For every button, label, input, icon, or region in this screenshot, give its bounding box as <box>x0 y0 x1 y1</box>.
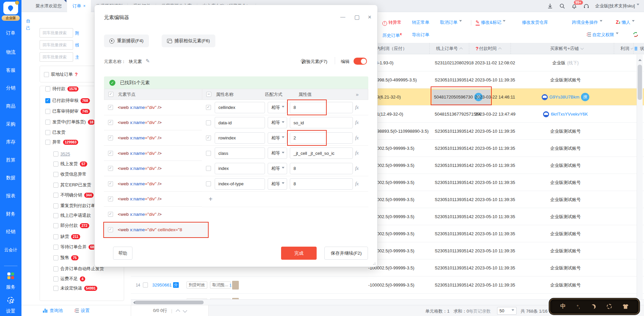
attr-select-all-checkbox[interactable] <box>206 92 211 97</box>
match-type-select[interactable]: 相等 <box>268 147 287 159</box>
checkbox[interactable] <box>53 203 58 208</box>
fx-icon[interactable]: fx <box>355 166 359 171</box>
ime-toolbar[interactable]: 中 °, <box>549 299 639 314</box>
batch-search-input[interactable]: 回车批量搜索 <box>40 28 73 38</box>
row-checkbox[interactable] <box>143 276 148 294</box>
order-id-link[interactable]: 32950661 <box>152 282 172 288</box>
toolbar-导出订单[interactable]: 导出订单 <box>412 32 429 38</box>
checkbox[interactable] <box>53 183 58 188</box>
verify-element-button[interactable]: 校验元素(F7) <box>302 59 327 65</box>
sidebar-item-12[interactable]: 经销 <box>0 229 21 235</box>
sidebar-item-10[interactable]: 报表 <box>0 193 21 199</box>
node-row-1[interactable]: <web x:name="div" /> <box>104 100 208 115</box>
plus-icon[interactable]: + <box>209 195 213 203</box>
app-logo[interactable] <box>3 2 18 14</box>
recapture-button[interactable]: 重新捕获(F4) <box>104 35 149 47</box>
edit-name-icon[interactable] <box>146 59 150 64</box>
column-header-付款时间[interactable]: ?付款时间 <box>476 43 515 54</box>
query-pool-button[interactable]: 查询池 <box>43 308 63 314</box>
moon-icon[interactable] <box>591 304 596 309</box>
link-fragment[interactable]: 线 <box>75 42 79 48</box>
toolbar-历史订单[interactable]: 历史订单x <box>382 32 402 39</box>
toolbar-懒人[interactable]: Zz 懒人 <box>616 19 635 25</box>
filter-item-运费不足[interactable]: 运费不足4 <box>53 275 85 282</box>
save-continue-button[interactable]: 保存并继续(F2) <box>324 247 368 260</box>
node-row-3[interactable]: <web x:name="div" /> <box>104 130 208 146</box>
attr-name-input[interactable]: index <box>215 163 265 174</box>
filter-item-3525[interactable]: 3525 <box>53 150 70 157</box>
node-checkbox[interactable] <box>108 135 113 140</box>
node-checkbox[interactable] <box>108 120 113 125</box>
filter-item-重复货到付款订单[interactable]: 重复货到付款订单 <box>53 202 95 209</box>
attr-name-input[interactable]: cellindex <box>215 102 265 113</box>
toolbar-取消订单[interactable]: 取消订单 <box>440 19 462 25</box>
node-checkbox[interactable] <box>108 166 113 171</box>
filter-item-其它ERP已发货[interactable]: 其它ERP已发货 <box>53 181 91 189</box>
maximize-icon[interactable]: ▢ <box>353 14 361 21</box>
table-row-14[interactable]: 1432950661分到货时效取消预…1-100002.5(0-99999-3.… <box>131 276 644 294</box>
toolbar-跨境业务操作[interactable]: 跨境业务操作 <box>572 19 602 25</box>
fx-icon[interactable]: fx <box>355 135 359 141</box>
buyer-link[interactable]: 6krlTxsYVvekvY6K <box>551 112 588 117</box>
checkbox[interactable] <box>53 266 58 271</box>
expand-columns-icon[interactable]: » <box>356 91 359 97</box>
column-header-内利润（应付）[interactable]: 内利润（应付） <box>376 43 441 54</box>
toolbar-修改&标记[interactable]: ✎修改&标记 <box>476 19 505 25</box>
ime-punct-key[interactable]: °, <box>577 304 580 309</box>
bell-icon[interactable]: 99+ <box>571 3 577 9</box>
sidebar-item-8[interactable]: 胜算 <box>0 157 21 163</box>
fx-icon[interactable]: fx <box>355 181 359 187</box>
resize-handle[interactable] <box>372 261 375 265</box>
filter-item-异常[interactable]: 异常129983 <box>45 138 78 146</box>
filter-item-已发货[interactable]: 已发货 <box>45 129 65 136</box>
filter-item-未设定快递[interactable]: 未设定快递54991 <box>53 285 97 292</box>
self-filter-label[interactable]: 自己 <box>25 17 31 31</box>
checkbox[interactable] <box>45 140 50 145</box>
node-row-5[interactable]: <web x:name="div" /> <box>104 161 208 176</box>
node-checkbox[interactable] <box>108 227 113 232</box>
checkbox[interactable] <box>53 276 58 281</box>
select-all-checkbox[interactable] <box>108 92 113 97</box>
shirt-icon[interactable] <box>623 304 629 309</box>
filter-item-线上已申请退款[interactable]: 线上已申请退款 <box>53 212 91 219</box>
column-header-线上订单号[interactable]: 线上订单号 <box>436 43 473 54</box>
checkbox[interactable] <box>44 72 49 77</box>
sidebar-item-13[interactable]: 云会计 <box>0 247 21 253</box>
node-checkbox[interactable] <box>108 212 113 217</box>
checkbox[interactable] <box>45 86 50 91</box>
filter-item-发货中(打单拣货)[interactable]: 发货中(打单拣货)18 <box>45 118 95 126</box>
page-size-select[interactable]: 50 <box>497 307 517 315</box>
gear-icon[interactable] <box>607 304 612 309</box>
sync-icon[interactable] <box>633 31 639 39</box>
checkbox[interactable] <box>45 109 50 114</box>
search-icon[interactable] <box>559 3 565 9</box>
link-fragment[interactable]: 附 <box>75 30 79 36</box>
sidebar-item-3[interactable]: 客服 <box>0 67 21 73</box>
checkbox[interactable] <box>53 162 58 167</box>
attr-name-input[interactable]: data-id <box>215 117 265 128</box>
filter-item-收货信息异常[interactable]: 收货信息异常 <box>53 171 87 178</box>
attr-checkbox[interactable] <box>206 135 211 140</box>
node-checkbox[interactable] <box>108 151 113 156</box>
checkbox[interactable] <box>53 234 58 239</box>
checkbox[interactable] <box>53 213 58 218</box>
match-type-select[interactable]: 相等 <box>268 163 287 174</box>
sidebar-item-服务[interactable]: 服务 <box>0 284 21 290</box>
column-menu-icon[interactable] <box>635 47 637 51</box>
filter-item-不明确分销[interactable]: 不明确分销344 <box>53 191 94 199</box>
edit-toggle[interactable] <box>354 58 367 65</box>
fx-icon[interactable]: fx <box>355 120 359 125</box>
checkbox[interactable] <box>53 286 58 291</box>
buyer-link[interactable]: G9Ys38U7Bkm <box>549 94 580 100</box>
checkbox[interactable] <box>53 172 58 177</box>
match-type-select[interactable]: 相等 <box>268 132 287 144</box>
attr-value-input[interactable]: 8 <box>290 163 353 174</box>
checkbox[interactable] <box>53 245 58 250</box>
link-fragment[interactable]: 主 <box>75 54 79 60</box>
search-store-badge[interactable]: 搜 <box>581 93 589 101</box>
filter-settings-button[interactable]: ✓✓ 设置 <box>74 308 90 314</box>
toolbar-转正常单[interactable]: 转正常单 <box>412 19 429 25</box>
filter-item-线上发货[interactable]: 线上发货57 <box>53 160 87 168</box>
node-row-8[interactable]: <web x:name="div" /> <box>104 207 208 222</box>
minimize-icon[interactable]: — <box>339 14 346 19</box>
